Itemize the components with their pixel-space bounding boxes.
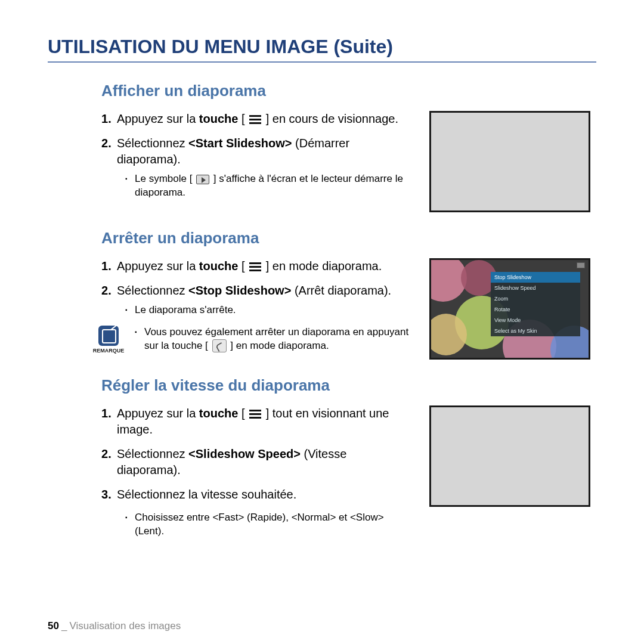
text-bold: <Start Slideshow> xyxy=(188,137,292,150)
sub-bullet: Le symbole [ ] s'affiche à l'écran et le… xyxy=(125,172,411,200)
section-title: Arrêter un diaporama xyxy=(101,229,596,247)
text-bold: touche xyxy=(199,407,239,420)
step: Sélectionnez la vitesse souhaitée. xyxy=(101,487,411,503)
text: ] en cours de visionnage. xyxy=(266,112,398,125)
note: REMARQUE Vous pouvez également arrêter u… xyxy=(88,326,411,355)
text-bold: <Slideshow Speed> xyxy=(188,447,301,460)
section-title: Afficher un diaporama xyxy=(101,82,596,100)
corner-icon xyxy=(577,262,585,268)
screenshot-placeholder xyxy=(429,405,590,507)
menu-item: Rotate xyxy=(491,304,580,315)
text: Sélectionnez xyxy=(117,447,188,460)
screenshot-menu: Stop Slideshow Slideshow Speed Zoom Rota… xyxy=(429,258,590,360)
chapter-name: Visualisation des images xyxy=(69,620,181,631)
screenshot-placeholder xyxy=(429,111,590,212)
text: [ xyxy=(238,112,244,125)
menu-icon xyxy=(249,262,261,272)
note-icon xyxy=(98,326,119,346)
menu-item: Select as My Skin xyxy=(491,326,580,336)
step: Sélectionnez <Start Slideshow> (Démarrer… xyxy=(101,135,411,200)
sub-bullet: Le diaporama s'arrête. xyxy=(125,304,411,317)
menu-icon xyxy=(249,410,261,419)
menu-item: Slideshow Speed xyxy=(491,283,580,293)
menu-icon xyxy=(249,115,261,125)
text-bold: touche xyxy=(199,259,239,273)
text: Appuyez sur la xyxy=(117,259,199,273)
menu-item: View Mode xyxy=(491,315,580,326)
text: Appuyez sur la xyxy=(117,112,199,125)
text: (Arrêt diaporama). xyxy=(291,284,391,297)
footer: 50_Visualisation des images xyxy=(48,620,181,632)
text: ] en mode diaporama. xyxy=(266,259,382,273)
sub-bullet: Choisissez entre <Fast> (Rapide), <Norma… xyxy=(125,511,411,538)
note-label: REMARQUE xyxy=(93,347,125,354)
section-title: Régler la vitesse du diaporama xyxy=(101,376,596,395)
page-number: 50 xyxy=(48,620,59,631)
popup-menu: Stop Slideshow Slideshow Speed Zoom Rota… xyxy=(491,272,580,336)
text-bold: touche xyxy=(199,112,239,125)
text: Appuyez sur la xyxy=(117,407,199,420)
text: Sélectionnez xyxy=(117,284,188,297)
step: Appuyez sur la touche [ ] tout en vision… xyxy=(101,405,411,438)
text: ] en mode diaporama. xyxy=(230,340,329,351)
step: Appuyez sur la touche [ ] en cours de vi… xyxy=(101,111,411,127)
step: Appuyez sur la touche [ ] en mode diapor… xyxy=(101,258,411,274)
text: Le symbole [ xyxy=(135,173,192,184)
step: Sélectionnez <Stop Slideshow> (Arrêt dia… xyxy=(101,283,411,317)
back-icon xyxy=(212,339,227,352)
section-show-slideshow: Afficher un diaporama Appuyez sur la tou… xyxy=(101,82,596,212)
menu-item-selected: Stop Slideshow xyxy=(491,272,580,283)
section-stop-slideshow: Arrêter un diaporama Appuyez sur la touc… xyxy=(101,229,596,360)
text: [ xyxy=(238,407,244,420)
menu-item: Zoom xyxy=(491,293,580,304)
section-slideshow-speed: Régler la vitesse du diaporama Appuyez s… xyxy=(101,376,596,541)
text-bold: <Stop Slideshow> xyxy=(188,284,291,297)
page-title: UTILISATION DU MENU IMAGE (Suite) xyxy=(48,36,596,63)
text: Sélectionnez xyxy=(117,137,188,150)
play-icon xyxy=(196,175,209,184)
note-text: Vous pouvez également arrêter un diapora… xyxy=(135,326,411,353)
step: Sélectionnez <Slideshow Speed> (Vitesse … xyxy=(101,446,411,478)
text: [ xyxy=(238,259,244,273)
